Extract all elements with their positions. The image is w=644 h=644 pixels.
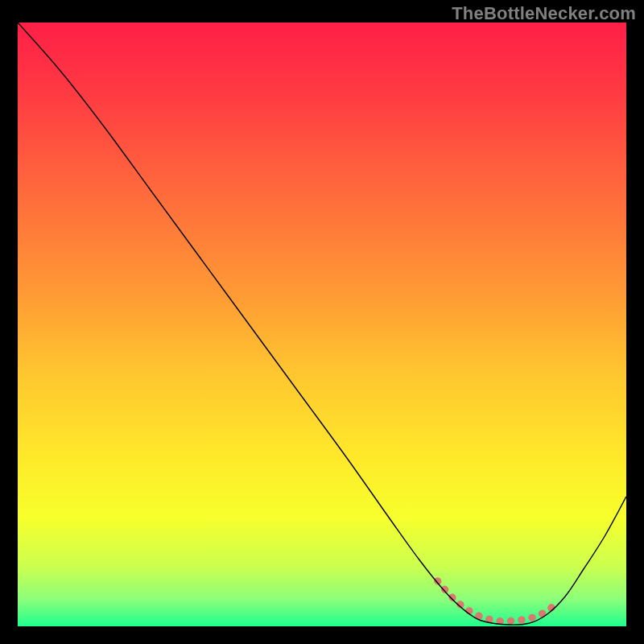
chart-frame: TheBottleNecker.com <box>0 0 644 644</box>
plot-area <box>18 23 626 626</box>
gradient-background <box>18 23 626 626</box>
bottleneck-chart <box>18 23 626 626</box>
watermark-text: TheBottleNecker.com <box>452 3 636 24</box>
